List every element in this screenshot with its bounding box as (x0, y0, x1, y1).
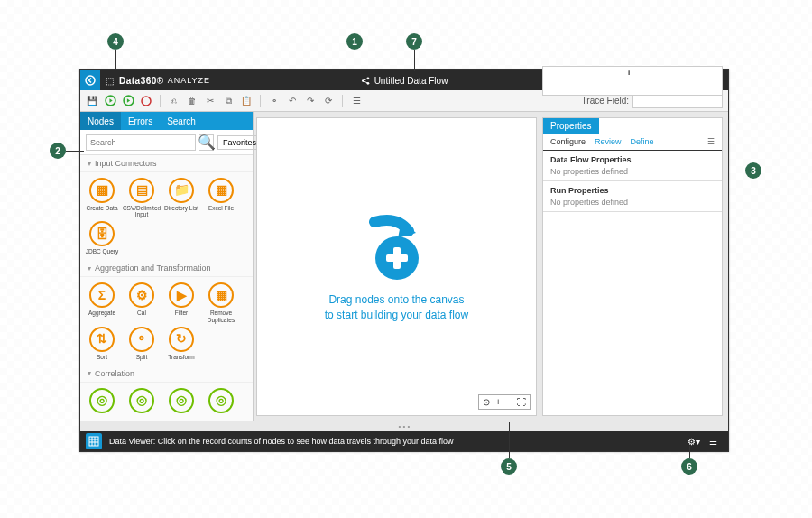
footer-menu-icon[interactable]: ☰ (709, 437, 717, 447)
node-icon: ▦ (208, 178, 234, 203)
node-label: Directory List (164, 205, 198, 211)
info-icon[interactable]: i (623, 67, 634, 78)
callout-2: 2 (50, 143, 66, 159)
node-icon: ⇅ (89, 327, 115, 352)
tab-search[interactable]: Search (160, 112, 203, 130)
node-item[interactable]: ΣAggregate (84, 282, 120, 322)
subtab-configure[interactable]: Configure (550, 137, 586, 146)
node-icon: ↻ (169, 327, 194, 352)
data-viewer-icon[interactable] (86, 433, 102, 449)
node-label: Remove Duplicates (203, 310, 239, 322)
node-item[interactable]: ⚙Cal (124, 282, 160, 322)
node-item[interactable]: ▤CSV/Delimited Input (124, 178, 160, 217)
tab-errors[interactable]: Errors (121, 112, 160, 130)
product-label: ANALYZE (168, 76, 210, 85)
node-grid: ΣAggregate⚙Cal▶Filter▦Remove Duplicates⇅… (80, 277, 253, 365)
node-label: Transform (168, 354, 194, 360)
node-icon: ◎ (169, 388, 194, 413)
zoom-in-icon[interactable]: + (495, 397, 501, 407)
search-icon[interactable]: 🔍 (199, 134, 214, 151)
history-fwd-icon[interactable]: ↷ (304, 95, 317, 107)
copy-icon[interactable]: ⧉ (222, 95, 235, 107)
refresh-icon[interactable]: ⟳ (322, 95, 335, 107)
svg-rect-11 (386, 254, 408, 262)
node-item[interactable]: 🗄JDBC Query (84, 221, 120, 254)
node-label: Filter (175, 310, 188, 316)
stop-icon[interactable] (140, 95, 152, 107)
node-item[interactable]: ▶Filter (163, 282, 199, 322)
divider (260, 95, 261, 107)
tab-nodes[interactable]: Nodes (80, 112, 121, 130)
node-category-list[interactable]: Input Connectors▦Create Data▤CSV/Delimit… (80, 155, 253, 421)
node-item[interactable]: ▦Remove Duplicates (203, 282, 239, 322)
subtab-define[interactable]: Define (631, 137, 654, 146)
save-icon[interactable]: 💾 (86, 95, 98, 107)
node-label: CSV/Delimited Input (123, 205, 161, 217)
flow-title[interactable]: Untitled Data Flow (374, 76, 448, 86)
back-button[interactable] (80, 70, 100, 90)
canvas-hint-line1: Drag nodes onto the canvas (325, 292, 468, 308)
callout-5: 5 (501, 458, 517, 475)
node-label: Split (136, 354, 148, 360)
footer: Data Viewer: Click on the record counts … (80, 431, 728, 451)
brand-logo-icon: ⬚ (106, 76, 114, 86)
trace-field-input[interactable] (632, 94, 723, 108)
zoom-out-icon[interactable]: − (506, 397, 512, 407)
zoom-fit-icon[interactable]: ⊙ (483, 397, 490, 407)
paste-icon[interactable]: 📋 (240, 95, 253, 107)
search-input[interactable] (86, 134, 196, 151)
node-item[interactable]: ◎ (163, 388, 199, 415)
callout-line (355, 50, 355, 131)
run-icon[interactable] (104, 95, 116, 107)
main-area: Nodes Errors Search 🔍 Favorites▾ ☰ Input… (80, 112, 728, 421)
dataflow-props-section: Data Flow Properties No properties defin… (543, 151, 722, 181)
zoom-extent-icon[interactable]: ⛶ (517, 397, 526, 407)
toolbar-menu-icon[interactable]: ☰ (350, 95, 363, 107)
node-item[interactable]: ↻Transform (163, 327, 199, 360)
svg-point-0 (86, 76, 95, 85)
properties-menu-icon[interactable]: ☰ (707, 137, 715, 146)
gear-icon[interactable]: ⚙▾ (687, 437, 700, 447)
node-icon: ◎ (208, 388, 234, 413)
node-icon: ⚬ (129, 327, 154, 352)
resize-handle[interactable]: • • • (80, 421, 728, 431)
delete-icon[interactable]: 🗑 (186, 95, 198, 107)
search-row: 🔍 Favorites▾ ☰ (80, 130, 253, 155)
run-props-head: Run Properties (550, 186, 715, 195)
node-icon: 🗄 (89, 221, 115, 246)
history-back-icon[interactable]: ↶ (286, 95, 299, 107)
run-selected-icon[interactable] (122, 95, 134, 107)
node-icon: ◎ (129, 388, 154, 413)
node-icon: ▤ (129, 178, 154, 203)
svg-text:i: i (628, 69, 630, 77)
node-item[interactable]: ⚬Split (124, 327, 160, 360)
callout-6: 6 (681, 458, 697, 475)
category-header[interactable]: Correlation (80, 365, 253, 383)
subtab-review[interactable]: Review (595, 137, 622, 146)
properties-tab[interactable]: Properties (543, 118, 599, 134)
node-item[interactable]: ▦Create Data (84, 178, 120, 217)
callout-line (709, 171, 745, 171)
node-label: Cal (137, 310, 146, 316)
node-item[interactable]: 📁Directory List (163, 178, 199, 217)
node-icon: ▦ (89, 178, 115, 203)
node-item[interactable]: ◎ (124, 388, 160, 415)
cut-icon[interactable]: ✂ (204, 95, 217, 107)
node-grid: ◎◎◎◎ (80, 383, 253, 421)
category-header[interactable]: Input Connectors (80, 155, 253, 172)
run-props-body: No properties defined (550, 198, 715, 207)
node-label: Aggregate (88, 310, 115, 316)
fullscreen-icon[interactable] (624, 85, 634, 95)
node-item[interactable]: ◎ (203, 388, 239, 415)
share-icon[interactable] (361, 76, 371, 86)
canvas[interactable]: Drag nodes onto the canvas to start buil… (256, 117, 537, 416)
node-item[interactable]: ◎ (84, 388, 120, 415)
node-item[interactable]: ⇅Sort (84, 327, 120, 360)
node-item[interactable]: ▦Excel File (203, 178, 239, 217)
undo-icon[interactable]: ⎌ (168, 95, 180, 107)
callout-line (66, 151, 84, 152)
footer-right: ⚙▾ ☰ (687, 437, 717, 447)
trace-field-label: Trace Field: (582, 96, 629, 106)
category-header[interactable]: Aggregation and Transformation (80, 260, 253, 277)
group-icon[interactable]: ⚬ (268, 95, 281, 107)
